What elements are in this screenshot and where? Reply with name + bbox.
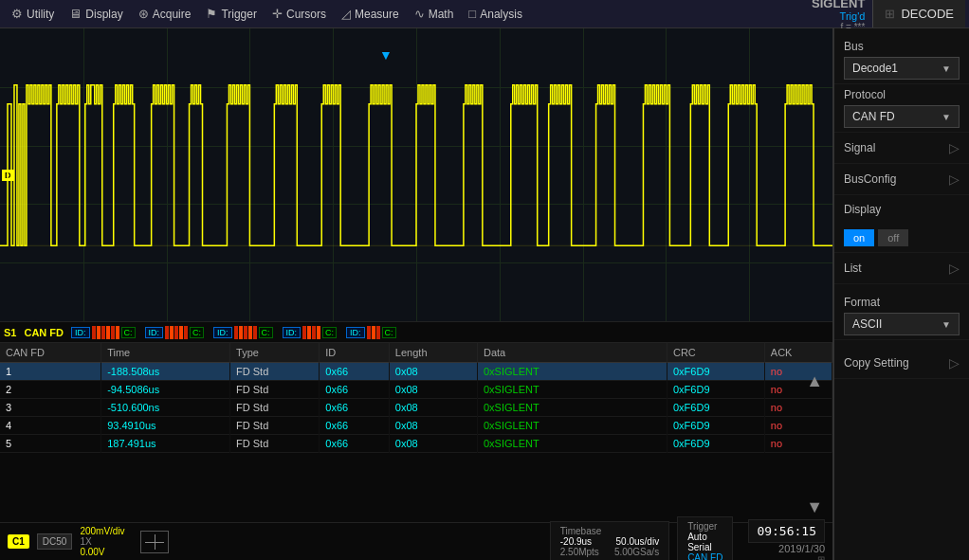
- scroll-up-arrow[interactable]: ▲: [806, 371, 823, 391]
- col-header-data: Data: [477, 343, 667, 363]
- trigger-section: Trigger Auto Serial CAN FD: [677, 516, 733, 561]
- sample-rate-2: 5.00GSa/s: [614, 547, 659, 557]
- trigger-mode-row: Auto: [687, 532, 722, 542]
- menu-math-label: Math: [429, 8, 454, 21]
- cursors-icon: ✛: [272, 7, 283, 21]
- timebase-offset: -20.9us: [560, 536, 592, 547]
- menu-cursors-label: Cursors: [286, 8, 326, 21]
- table-row[interactable]: 5187.491usFD Std0x660x080xSIGLENT0xF6D9n…: [0, 435, 832, 453]
- col-header-crc: CRC: [667, 343, 764, 363]
- statusbar: C1 DC50 200mV/div 1X 0.00V Timebase -20.…: [0, 522, 832, 560]
- busconfig-nav-label: BusConfig: [844, 172, 896, 186]
- pkt-id-4: ID:: [283, 327, 302, 338]
- decode-packets: ID: C: ID:: [71, 326, 396, 339]
- timebase-label: Timebase: [560, 526, 602, 536]
- timebase-scale: 50.0us/div: [616, 536, 660, 547]
- table-cell: 0xF6D9: [667, 399, 764, 417]
- pkt-c-5: C:: [382, 327, 396, 338]
- table-cell: 0x66: [320, 417, 390, 435]
- table-cell: 0x08: [389, 399, 477, 417]
- table-row[interactable]: 2-94.5086usFD Std0x660x080xSIGLENT0xF6D9…: [0, 381, 832, 399]
- table-cell: no: [764, 417, 832, 435]
- decode-icon: ⊞: [885, 7, 895, 21]
- list-nav-arrow: ▷: [949, 261, 960, 276]
- offset-voltage: 0.00V: [80, 547, 124, 557]
- col-header-id: ID: [320, 343, 390, 363]
- table-cell: -188.508us: [101, 363, 230, 381]
- table-cell: 0x08: [389, 417, 477, 435]
- menu-math[interactable]: ∿ Math: [407, 0, 462, 27]
- table-cell: no: [764, 435, 832, 453]
- menu-analysis-label: Analysis: [480, 8, 522, 21]
- menu-display[interactable]: 🖥 Display: [62, 0, 130, 27]
- table-row[interactable]: 493.4910usFD Std0x660x080xSIGLENT0xF6D9n…: [0, 417, 832, 435]
- table-row[interactable]: 3-510.600nsFD Std0x660x080xSIGLENT0xF6D9…: [0, 399, 832, 417]
- probe-info: 200mV/div 1X 0.00V: [80, 526, 124, 557]
- cursor-lines: [145, 534, 164, 550]
- table-cell: 0x08: [389, 435, 477, 453]
- list-nav-item[interactable]: List ▷: [834, 253, 969, 284]
- pkt-bits-2: [165, 326, 188, 339]
- display-on-button[interactable]: on: [844, 229, 874, 246]
- table-cell: FD Std: [230, 363, 320, 381]
- table-cell: 5: [0, 435, 101, 453]
- list-nav-label: List: [844, 262, 862, 275]
- timebase-section: Timebase -20.9us 50.0us/div 2.50Mpts 5.0…: [550, 521, 669, 560]
- menu-utility[interactable]: ⚙ Utility: [4, 0, 62, 27]
- protocol-dropdown[interactable]: CAN FD ▼: [844, 105, 960, 128]
- decode-table: CAN FD Time Type ID Length Data CRC ACK …: [0, 343, 832, 453]
- brand-name: SIGLENT: [812, 0, 865, 10]
- math-icon: ∿: [414, 7, 425, 21]
- table-cell: 0x66: [320, 399, 390, 417]
- pkt-c-2: C:: [190, 327, 204, 338]
- table-cell: 4: [0, 417, 101, 435]
- scope-area: ▼ D S1 CAN FD ID:: [0, 28, 833, 560]
- copy-setting-nav-item[interactable]: Copy Setting ▷: [834, 348, 969, 379]
- table-cell: 0x66: [320, 435, 390, 453]
- protocol-value: CAN FD: [852, 110, 895, 123]
- pkt-id-1: ID:: [71, 327, 90, 338]
- trigger-icon: ⚑: [206, 7, 217, 21]
- menu-analysis[interactable]: □ Analysis: [461, 0, 530, 27]
- timebase-label-row: Timebase: [560, 526, 659, 536]
- display-off-button[interactable]: off: [878, 229, 908, 246]
- pkt-bits-5: [367, 326, 380, 339]
- decode-channel-label: S1: [4, 327, 16, 338]
- table-body: 1-188.508usFD Std0x660x080xSIGLENT0xF6D9…: [0, 363, 832, 453]
- trigger-label: Trigger: [687, 521, 717, 532]
- display-section: Display: [834, 195, 969, 224]
- copy-setting-nav-arrow: ▷: [949, 355, 960, 370]
- menu-trigger-label: Trigger: [221, 8, 257, 21]
- acquire-icon: ⊛: [138, 7, 149, 21]
- table-cell: 0xSIGLENT: [477, 381, 667, 399]
- menu-acquire[interactable]: ⊛ Acquire: [131, 0, 199, 27]
- format-dropdown[interactable]: ASCII ▼: [844, 313, 960, 335]
- menu-cursors[interactable]: ✛ Cursors: [265, 0, 334, 27]
- pkt-c-4: C:: [322, 327, 337, 338]
- table-cell: 0xF6D9: [667, 435, 764, 453]
- signal-nav-item[interactable]: Signal ▷: [834, 133, 969, 164]
- col-header-length: Length: [389, 343, 477, 363]
- brand-area: SIGLENT Trig'd f = ***: [812, 0, 865, 32]
- pkt-id-2: ID:: [145, 327, 164, 338]
- pkt-c-1: C:: [121, 327, 136, 338]
- table-cell: 0xSIGLENT: [477, 399, 667, 417]
- signal-nav-label: Signal: [844, 141, 875, 154]
- bus-dropdown[interactable]: Decode1 ▼: [844, 57, 960, 80]
- table-row[interactable]: 1-188.508usFD Std0x660x080xSIGLENT0xF6D9…: [0, 363, 832, 381]
- pkt-bits-3: [234, 326, 257, 339]
- busconfig-nav-arrow: ▷: [949, 172, 960, 187]
- scroll-down-arrow[interactable]: ▼: [806, 497, 823, 517]
- pkt-bits-4: [302, 326, 320, 339]
- menu-measure[interactable]: ◿ Measure: [334, 0, 407, 27]
- decode-bar: S1 CAN FD ID: C: ID:: [0, 322, 832, 343]
- sample-rate-1: 2.50Mpts: [560, 547, 599, 557]
- datetime-section: 09:56:15 2019/1/30 ⊞: [748, 519, 825, 561]
- menu-trigger[interactable]: ⚑ Trigger: [198, 0, 265, 27]
- busconfig-nav-item[interactable]: BusConfig ▷: [834, 164, 969, 195]
- table-header-row: CAN FD Time Type ID Length Data CRC ACK: [0, 343, 832, 363]
- waveform-svg: [0, 28, 832, 321]
- trigger-src: CAN FD: [687, 552, 722, 561]
- table-cell: FD Std: [230, 381, 320, 399]
- utility-icon: ⚙: [11, 7, 23, 21]
